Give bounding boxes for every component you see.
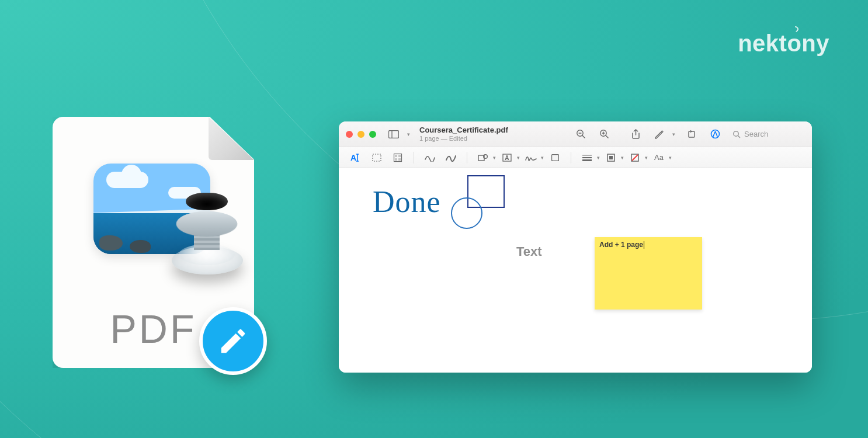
close-button[interactable] (346, 131, 353, 138)
text-select-tool[interactable]: A (347, 150, 364, 165)
shapes-tool[interactable] (474, 150, 492, 165)
search-field[interactable]: Search (729, 127, 805, 142)
sticky-note-text: Add + 1 page (599, 241, 643, 249)
svg-rect-24 (552, 155, 558, 161)
sidebar-toggle-button[interactable] (384, 127, 403, 142)
stroke-color-tool[interactable] (602, 150, 620, 165)
edit-badge (199, 307, 267, 375)
sketch-tool[interactable] (421, 150, 439, 165)
draw-tool[interactable] (442, 150, 460, 165)
text-annotation[interactable]: Text (516, 244, 542, 259)
traffic-lights (346, 131, 376, 138)
chevron-down-icon[interactable]: ▾ (404, 131, 412, 137)
window-titlebar: ▾ Coursera_Certificate.pdf 1 page — Edit… (339, 121, 812, 147)
chevron-down-icon[interactable]: ▾ (541, 155, 544, 161)
preview-window: ▾ Coursera_Certificate.pdf 1 page — Edit… (339, 121, 812, 373)
search-icon (732, 130, 741, 138)
chevron-down-icon[interactable]: ▾ (669, 155, 672, 161)
note-tool[interactable] (546, 150, 564, 165)
svg-line-31 (632, 155, 638, 161)
svg-rect-29 (609, 156, 613, 159)
text-cursor (644, 241, 644, 249)
circle-shape[interactable] (451, 197, 482, 229)
chevron-down-icon[interactable]: ▾ (645, 155, 648, 161)
document-subtitle: 1 page — Edited (419, 135, 515, 142)
document-title: Coursera_Certificate.pdf (419, 126, 515, 135)
loupe-icon (169, 193, 245, 292)
text-style-tool[interactable]: Aa (650, 150, 668, 165)
brand-logo: nektony (738, 30, 829, 57)
fill-color-tool[interactable] (626, 150, 644, 165)
rect-select-tool[interactable] (368, 150, 386, 165)
chevron-down-icon[interactable]: ▾ (493, 155, 496, 161)
instant-alpha-tool[interactable] (389, 150, 407, 165)
sticky-note[interactable]: Add + 1 page (595, 237, 702, 310)
svg-line-12 (738, 135, 739, 137)
markup-toggle-button[interactable] (706, 127, 724, 142)
pencil-icon (217, 325, 249, 357)
svg-rect-9 (689, 131, 695, 137)
pdf-file-icon: PDF (53, 117, 254, 368)
chevron-down-icon[interactable]: ▾ (517, 155, 520, 161)
svg-rect-0 (389, 130, 399, 138)
sign-tool[interactable] (522, 150, 540, 165)
svg-text:A: A (505, 155, 509, 161)
maximize-button[interactable] (369, 131, 376, 138)
svg-rect-17 (373, 154, 381, 161)
zoom-in-button[interactable] (595, 127, 613, 142)
minimize-button[interactable] (357, 131, 364, 138)
svg-line-3 (582, 135, 585, 138)
svg-text:A: A (350, 153, 356, 162)
chevron-down-icon[interactable]: ▾ (669, 131, 678, 137)
chevron-down-icon[interactable]: ▾ (597, 155, 600, 161)
window-title-block: Coursera_Certificate.pdf 1 page — Edited (417, 126, 515, 142)
svg-line-6 (606, 135, 608, 138)
handwritten-annotation[interactable]: Done (373, 185, 441, 219)
document-canvas[interactable]: Done Text Add + 1 page (339, 168, 812, 373)
markup-toolbar: A ▾ A ▾ ▾ (339, 147, 812, 168)
zoom-out-button[interactable] (571, 127, 590, 142)
search-placeholder: Search (744, 130, 768, 138)
share-button[interactable] (626, 127, 645, 142)
annotate-button[interactable] (650, 127, 668, 142)
line-weight-tool[interactable] (578, 150, 596, 165)
text-tool[interactable]: A (498, 150, 516, 165)
rotate-button[interactable] (682, 127, 701, 142)
chevron-down-icon[interactable]: ▾ (621, 155, 624, 161)
